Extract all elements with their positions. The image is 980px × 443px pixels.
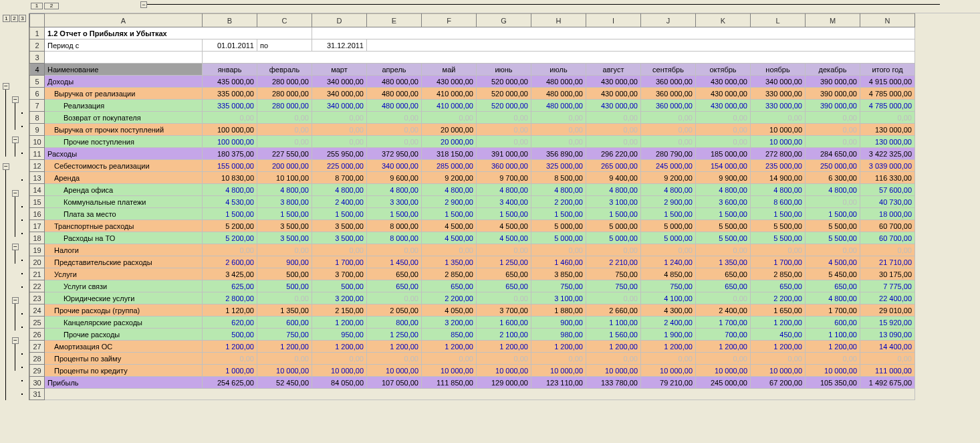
cell-value[interactable]: 20 000,00 <box>422 124 477 136</box>
cell-value[interactable]: 0,00 <box>257 244 312 256</box>
cell-value[interactable]: 430 000,00 <box>422 76 477 88</box>
cell-value[interactable]: 5 500,00 <box>806 232 860 244</box>
cell-value[interactable]: 123 110,00 <box>531 377 586 389</box>
cell-value[interactable]: 0,00 <box>477 112 531 124</box>
cell-value[interactable]: 40 730,00 <box>860 196 915 208</box>
cell-value[interactable]: 130 000,00 <box>860 136 915 148</box>
cell-value[interactable]: 3 600,00 <box>696 196 751 208</box>
cell-value[interactable]: 3 500,00 <box>312 220 367 232</box>
cell-value[interactable]: 0,00 <box>751 112 806 124</box>
cell-value[interactable]: 4 800,00 <box>203 184 257 196</box>
cell-value[interactable]: 5 000,00 <box>641 232 696 244</box>
row-header[interactable]: 25 <box>30 317 45 329</box>
cell-value[interactable]: 650,00 <box>696 280 751 292</box>
cell-value[interactable]: 272 800,00 <box>751 148 806 160</box>
cell-value[interactable]: 2 210,00 <box>586 256 641 268</box>
cell-value[interactable]: 1 100,00 <box>586 317 641 329</box>
cell-value[interactable]: 2 400,00 <box>312 196 367 208</box>
cell-value[interactable]: 430 000,00 <box>586 76 641 88</box>
row-header[interactable]: 7 <box>30 100 45 112</box>
cell-value[interactable]: 650,00 <box>422 280 477 292</box>
cell-value[interactable]: 10 830,00 <box>203 172 257 184</box>
cell-value[interactable]: 79 210,00 <box>641 377 696 389</box>
cell-value[interactable]: 620,00 <box>203 317 257 329</box>
cell-value[interactable]: 3 039 000,00 <box>860 160 915 172</box>
cell-value[interactable]: 1 700,00 <box>312 256 367 268</box>
cell-value[interactable]: 3 100,00 <box>586 196 641 208</box>
cell-value[interactable]: 0,00 <box>312 136 367 148</box>
cell-value[interactable]: 10 000,00 <box>751 136 806 148</box>
cell-value[interactable]: 1 492 675,00 <box>860 377 915 389</box>
cell-value[interactable]: 360 000,00 <box>477 160 531 172</box>
cell-value[interactable]: 340 000,00 <box>312 100 367 112</box>
cell-value[interactable]: 5 000,00 <box>531 232 586 244</box>
cell-value[interactable]: 2 150,00 <box>312 304 367 317</box>
cell-value[interactable]: 1 900,00 <box>641 329 696 341</box>
column-header[interactable]: F <box>422 14 477 27</box>
cell-value[interactable]: 450,00 <box>751 329 806 341</box>
row-group-collapse[interactable]: − <box>12 96 19 103</box>
cell-value[interactable]: 1 200,00 <box>586 341 641 353</box>
cell-value[interactable]: 625,00 <box>203 280 257 292</box>
row-header[interactable]: 1 <box>30 27 45 39</box>
cell-value[interactable]: 0,00 <box>422 353 477 365</box>
cell-value[interactable]: 0,00 <box>531 353 586 365</box>
cell-value[interactable]: 0,00 <box>696 112 751 124</box>
cell-value[interactable]: 1 120,00 <box>203 304 257 317</box>
row-header[interactable]: 10 <box>30 136 45 148</box>
cell-value[interactable]: 2 200,00 <box>422 292 477 304</box>
cell-value[interactable]: 10 000,00 <box>422 365 477 377</box>
row-header[interactable]: 5 <box>30 76 45 88</box>
cell-value[interactable]: 340 000,00 <box>312 88 367 100</box>
row-header[interactable]: 26 <box>30 329 45 341</box>
col-group-collapse[interactable]: − <box>140 1 147 8</box>
cell-value[interactable]: 5 000,00 <box>586 220 641 232</box>
cell-value[interactable]: 4 800,00 <box>586 184 641 196</box>
row-header[interactable]: 24 <box>30 304 45 317</box>
cell-value[interactable]: 0,00 <box>751 353 806 365</box>
cell-value[interactable]: 22 400,00 <box>860 292 915 304</box>
cell-value[interactable]: 0,00 <box>531 136 586 148</box>
cell-value[interactable]: 0,00 <box>312 112 367 124</box>
cell-value[interactable]: 4 800,00 <box>257 184 312 196</box>
column-header[interactable]: B <box>203 14 257 27</box>
cell-value[interactable]: 5 500,00 <box>696 232 751 244</box>
cell-value[interactable]: 410 000,00 <box>422 88 477 100</box>
cell-value[interactable]: 0,00 <box>641 136 696 148</box>
cell-value[interactable]: 372 950,00 <box>367 148 422 160</box>
cell-value[interactable]: 0,00 <box>641 112 696 124</box>
cell-value[interactable]: 280 000,00 <box>257 76 312 88</box>
row-group-collapse[interactable]: − <box>12 337 19 344</box>
row-header[interactable]: 11 <box>30 148 45 160</box>
cell-value[interactable]: 0,00 <box>203 244 257 256</box>
cell-value[interactable]: 650,00 <box>367 268 422 280</box>
cell-value[interactable]: 4 800,00 <box>367 184 422 196</box>
row-outline-level-3[interactable]: 3 <box>19 15 26 22</box>
cell-value[interactable]: 5 500,00 <box>751 232 806 244</box>
cell-value[interactable]: 0,00 <box>586 353 641 365</box>
cell-value[interactable]: 2 050,00 <box>367 304 422 317</box>
cell-value[interactable]: 430 000,00 <box>696 100 751 112</box>
cell-value[interactable]: 0,00 <box>860 244 915 256</box>
cell-value[interactable]: 500,00 <box>257 280 312 292</box>
cell-value[interactable]: 3 500,00 <box>257 232 312 244</box>
cell-value[interactable]: 1 350,00 <box>696 256 751 268</box>
cell-value[interactable]: 435 000,00 <box>203 76 257 88</box>
cell-value[interactable]: 4 800,00 <box>422 184 477 196</box>
cell-value[interactable]: 1 700,00 <box>696 317 751 329</box>
cell-value[interactable]: 13 090,00 <box>860 329 915 341</box>
cell-value[interactable]: 650,00 <box>367 280 422 292</box>
cell-value[interactable]: 9 700,00 <box>477 172 531 184</box>
cell-value[interactable]: 5 500,00 <box>696 220 751 232</box>
row-header[interactable]: 18 <box>30 232 45 244</box>
cell-value[interactable]: 650,00 <box>696 268 751 280</box>
cell-value[interactable]: 3 700,00 <box>312 268 367 280</box>
cell-value[interactable]: 360 000,00 <box>641 76 696 88</box>
cell-value[interactable]: 284 650,00 <box>806 148 860 160</box>
cell-value[interactable]: 340 000,00 <box>367 160 422 172</box>
cell-value[interactable]: 2 200,00 <box>751 292 806 304</box>
cell-value[interactable]: 0,00 <box>477 353 531 365</box>
cell-value[interactable]: 10 000,00 <box>312 365 367 377</box>
cell-value[interactable]: 2 900,00 <box>422 196 477 208</box>
cell-value[interactable]: 1 250,00 <box>477 256 531 268</box>
